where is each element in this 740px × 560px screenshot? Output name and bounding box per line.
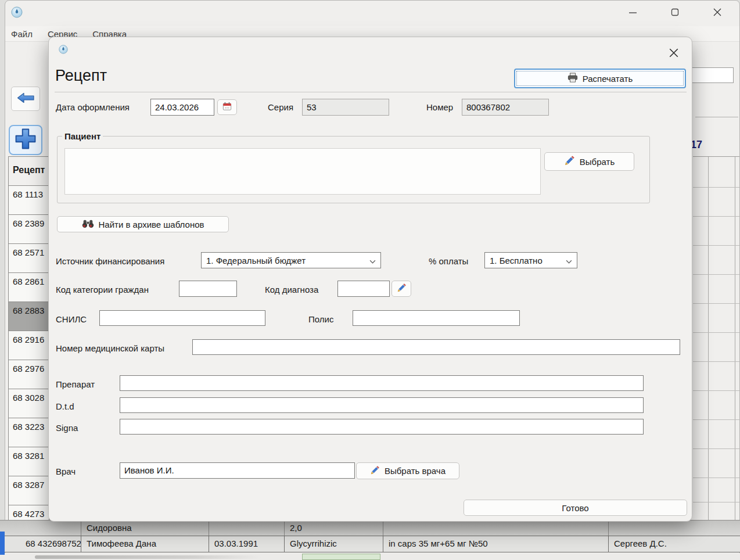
recipe-table-right-sliver [693, 156, 739, 520]
menu-file[interactable]: Файл [11, 29, 33, 39]
pencil-icon [397, 283, 407, 295]
table-row-partial[interactable]: Сидоровна 2,0 [0, 520, 740, 536]
plus-icon [14, 127, 37, 153]
choose-patient-label: Выбрать [580, 157, 615, 167]
cell-number: 68 432698752 [20, 536, 81, 552]
print-button[interactable]: Распечатать [514, 69, 686, 88]
drug-label: Препарат [56, 379, 95, 389]
payment-select[interactable]: 1. Бесплатно [484, 252, 577, 268]
table-row[interactable]: 68 2976 [9, 360, 49, 389]
chevron-down-icon [566, 256, 572, 265]
number-label: Номер [426, 102, 453, 112]
back-arrow-icon [17, 92, 34, 106]
doctor-input[interactable]: Иванов И.И. [120, 462, 355, 479]
printer-icon [567, 73, 578, 84]
cell-birthdate: 03.03.1991 [209, 536, 285, 552]
funding-select[interactable]: 1. Федеральный бюджет [201, 252, 381, 268]
dialog-app-icon [59, 45, 68, 56]
series-input: 53 [302, 99, 389, 116]
cell-patient: Сидоровна [81, 520, 209, 536]
print-button-label: Распечатать [583, 74, 633, 84]
dtd-label: D.t.d [56, 401, 74, 411]
table-row[interactable]: 68 3223 [9, 418, 49, 447]
policy-input[interactable] [353, 310, 520, 326]
divider [695, 117, 738, 117]
diagnosis-edit-button[interactable] [391, 281, 411, 297]
citizen-category-label: Код категории граждан [56, 285, 149, 295]
series-label: Серия [268, 102, 293, 112]
date-label: Дата оформления [56, 102, 130, 112]
prescription-dialog: Рецепт Распечатать Дата оформления 24.03… [48, 37, 692, 522]
cutoff-green-cell [302, 554, 380, 560]
table-row[interactable]: 68 2861 [9, 273, 49, 302]
cell-dosage [383, 520, 609, 536]
cutoff-text-fragment [35, 555, 261, 559]
funding-label: Источник финансирования [56, 256, 164, 266]
cell-birthdate [209, 520, 285, 536]
cell-doctor [609, 520, 723, 536]
diagnosis-code-input[interactable] [337, 281, 390, 297]
medcard-input[interactable] [192, 339, 680, 355]
dtd-input[interactable] [120, 397, 644, 413]
snils-input[interactable] [99, 310, 265, 326]
drug-input[interactable] [120, 375, 644, 391]
signa-input[interactable] [120, 419, 644, 435]
cell-dosage: in caps 35 мг+65 мг №50 [383, 536, 609, 552]
doctor-label: Врач [56, 466, 76, 476]
done-button-label: Готово [562, 503, 588, 513]
binoculars-icon [82, 219, 94, 230]
add-prescription-button[interactable] [9, 125, 42, 155]
table-row[interactable]: 68 3287 [9, 476, 49, 505]
pencil-icon [370, 465, 380, 477]
back-button[interactable] [11, 87, 40, 111]
choose-doctor-button[interactable]: Выбрать врача [356, 462, 459, 479]
table-row[interactable]: 68 2571 [9, 244, 49, 273]
number-input: 800367802 [462, 99, 549, 116]
medcard-label: Номер медицинской карты [56, 343, 164, 353]
done-button[interactable]: Готово [464, 500, 687, 516]
background-blue-fragment [0, 532, 5, 555]
table-row[interactable]: 68 1113 [9, 186, 49, 215]
recipe-table-left-column: Рецепт 68 111368 238968 257168 286168 28… [8, 156, 49, 535]
divider [55, 92, 687, 92]
background-window-edge [0, 0, 5, 560]
snils-label: СНИЛС [56, 314, 87, 324]
cell-drug: Glycyrrihizic [285, 536, 383, 552]
policy-label: Полис [308, 314, 333, 324]
diagnosis-code-label: Код диагноза [265, 285, 318, 295]
date-input[interactable]: 24.03.2026 [150, 99, 214, 116]
archive-search-label: Найти в архиве шаблонов [99, 220, 204, 229]
cell-number [20, 520, 81, 536]
table-row[interactable]: 68 2883 [9, 302, 49, 331]
pencil-icon [564, 155, 575, 168]
table-row-timofeeva[interactable]: 68 432698752 Тимофеева Дана 03.03.1991 G… [0, 536, 740, 552]
patient-group-label: Пациент [62, 131, 103, 141]
app-icon [11, 6, 23, 20]
choose-doctor-label: Выбрать врача [385, 466, 446, 476]
payment-label: % оплаты [429, 256, 468, 266]
records-counter: 17 [691, 139, 702, 151]
minimize-button[interactable] [619, 3, 646, 21]
maximize-button[interactable] [662, 3, 688, 21]
archive-search-button[interactable]: Найти в архиве шаблонов [57, 216, 229, 232]
dialog-title: Рецепт [55, 67, 107, 85]
recipe-column-header[interactable]: Рецепт [9, 157, 49, 186]
close-button[interactable] [704, 3, 731, 21]
table-row[interactable]: 68 3028 [9, 389, 49, 418]
cell-doctor: Сергеев Д.С. [609, 536, 723, 552]
calendar-icon [222, 102, 232, 113]
patient-display [64, 148, 541, 195]
calendar-button[interactable] [217, 99, 237, 115]
citizen-category-input[interactable] [179, 281, 237, 297]
recipe-list: 68 111368 238968 257168 286168 288368 29… [9, 186, 49, 534]
table-row[interactable]: 68 3281 [9, 447, 49, 476]
table-row[interactable]: 68 2916 [9, 331, 49, 360]
choose-patient-button[interactable]: Выбрать [544, 152, 634, 171]
funding-value: 1. Федеральный бюджет [206, 256, 306, 265]
signa-label: Signa [56, 423, 78, 433]
dialog-close-button[interactable] [664, 44, 684, 62]
table-row[interactable]: 68 2389 [9, 215, 49, 244]
payment-value: 1. Бесплатно [490, 256, 543, 265]
cell-patient: Тимофеева Дана [81, 536, 209, 552]
cell-dose: 2,0 [285, 520, 383, 536]
